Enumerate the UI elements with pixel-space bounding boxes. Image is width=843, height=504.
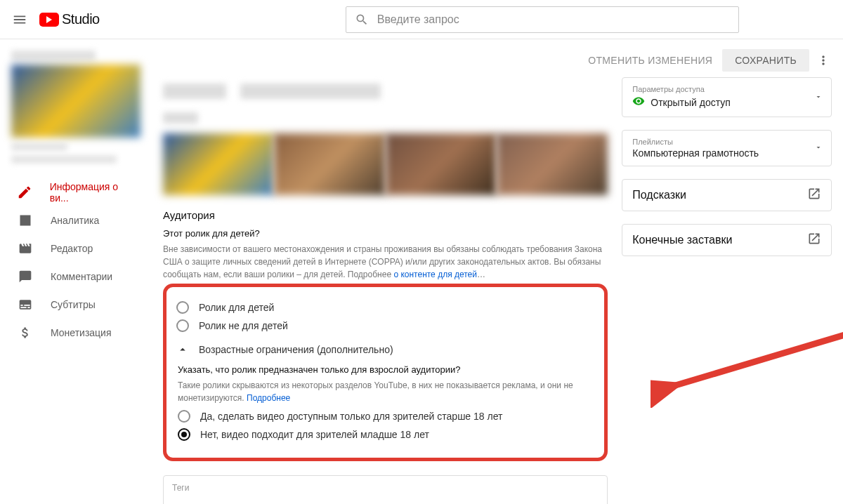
blurred-tabs (163, 112, 608, 129)
sidebar-item-details[interactable]: Информация о ви... (0, 178, 152, 206)
sidebar-label: Аналитика (51, 215, 99, 226)
sidebar-item-subtitles[interactable]: Субтитры (0, 291, 152, 319)
cancel-button[interactable]: ОТМЕНИТЬ ИЗМЕНЕНИЯ (578, 49, 722, 72)
radio-icon (176, 319, 189, 332)
youtube-studio-logo[interactable]: Studio (39, 11, 100, 27)
video-thumbnail (11, 65, 140, 138)
open-external-icon (807, 187, 821, 204)
sidebar-label: Комментарии (51, 271, 112, 282)
coppa-help-text: Вне зависимости от вашего местонахождени… (163, 243, 608, 281)
audience-section-title: Аудитория (163, 209, 608, 221)
youtube-play-icon (39, 13, 59, 27)
analytics-icon (17, 212, 34, 229)
comments-icon (17, 268, 34, 285)
radio-kids-yes[interactable]: Ролик для детей (176, 301, 594, 314)
video-preview-block (0, 45, 152, 168)
radio-adult-no[interactable]: Нет, видео подходит для зрителей младше … (178, 428, 594, 441)
sidebar: Информация о ви... Аналитика Редактор Ко… (0, 39, 152, 504)
radio-label: Ролик для детей (199, 302, 274, 313)
radio-kids-no[interactable]: Ролик не для детей (176, 319, 594, 332)
visibility-card[interactable]: Параметры доступа Открытый доступ (622, 77, 832, 117)
playlists-card[interactable]: Плейлисты Компьютерная грамотность (622, 130, 832, 166)
card-value: Подсказки (632, 189, 686, 201)
sidebar-label: Субтитры (51, 299, 96, 310)
editor-icon (17, 240, 34, 257)
dropdown-arrow-icon (814, 91, 823, 104)
sidebar-item-editor[interactable]: Редактор (0, 234, 152, 263)
more-options-button[interactable] (815, 52, 832, 69)
radio-icon-checked (178, 428, 190, 441)
brand-name: Studio (62, 11, 100, 27)
chevron-up-icon (176, 343, 189, 356)
sidebar-label: Информация о ви... (50, 181, 135, 204)
card-value: Открытый доступ (651, 97, 731, 108)
kids-content-link[interactable]: о контенте для детей (393, 270, 477, 279)
card-label: Параметры доступа (632, 85, 821, 93)
save-button[interactable]: СОХРАНИТЬ (722, 49, 809, 72)
kids-question: Этот ролик для детей? (163, 228, 608, 239)
radio-label: Нет, видео подходит для зрителей младше … (200, 429, 429, 440)
radio-label: Да, сделать видео доступным только для з… (200, 411, 502, 422)
card-value: Конечные заставки (632, 234, 732, 246)
age-restriction-expander[interactable]: Возрастные ограничения (дополнительно) (176, 343, 594, 356)
radio-icon (176, 301, 189, 314)
sidebar-item-monetization[interactable]: Монетизация (0, 319, 152, 347)
thumbnail-strip (163, 133, 608, 195)
endscreens-panel[interactable]: Конечные заставки (622, 224, 832, 256)
search-input[interactable]: Введите запрос (346, 6, 739, 33)
sidebar-label: Редактор (51, 243, 93, 254)
pencil-icon (17, 184, 33, 201)
adult-question: Указать, что ролик предназначен только д… (178, 364, 594, 375)
sidebar-item-analytics[interactable]: Аналитика (0, 206, 152, 234)
card-value: Компьютерная грамотность (632, 147, 759, 159)
radio-icon (178, 410, 190, 423)
blurred-title-area (163, 77, 608, 105)
open-external-icon (807, 232, 821, 248)
search-placeholder: Введите запрос (377, 13, 459, 26)
dropdown-arrow-icon (814, 142, 823, 154)
card-label: Плейлисты (632, 138, 821, 146)
sidebar-label: Монетизация (51, 327, 112, 338)
tags-label: Теги (172, 483, 599, 493)
main-content: ОТМЕНИТЬ ИЗМЕНЕНИЯ СОХРАНИТЬ (152, 39, 843, 504)
dollar-icon (17, 324, 34, 341)
subtitles-icon (17, 296, 34, 313)
adult-help-text: Такие ролики скрываются из некоторых раз… (178, 379, 594, 404)
learn-more-link[interactable]: Подробнее (247, 393, 290, 403)
radio-label: Ролик не для детей (199, 320, 288, 331)
visibility-public-icon (632, 95, 645, 110)
radio-adult-yes[interactable]: Да, сделать видео доступным только для з… (178, 410, 594, 423)
cards-panel[interactable]: Подсказки (622, 179, 832, 211)
expander-label: Возрастные ограничения (дополнительно) (199, 344, 393, 355)
search-icon (355, 13, 369, 27)
highlighted-settings-box: Ролик для детей Ролик не для детей Возра… (163, 284, 608, 461)
tags-input[interactable]: Теги (163, 475, 608, 504)
sidebar-item-comments[interactable]: Комментарии (0, 263, 152, 291)
hamburger-menu-button[interactable] (11, 11, 28, 28)
